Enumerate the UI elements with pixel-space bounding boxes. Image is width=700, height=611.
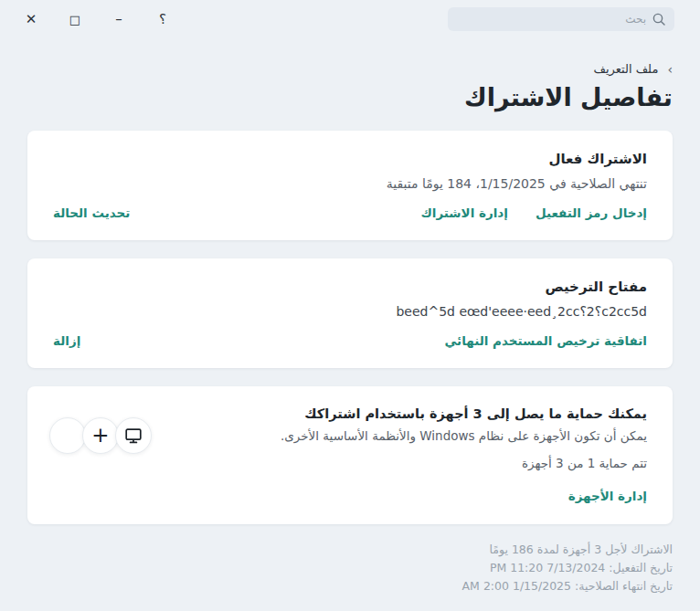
license-key-value: beed^5d eœd'eeee·eed¸2cc؟2؟c2cc5d	[53, 304, 647, 319]
breadcrumb[interactable]: › ملف التعريف	[594, 62, 673, 76]
subscription-expiry-text: تنتهي الصلاحية في 1/15/2025، 184 يومًا م…	[53, 176, 647, 191]
plus-icon: +	[91, 425, 109, 446]
monitor-icon	[125, 428, 142, 444]
breadcrumb-label: ملف التعريف	[594, 62, 659, 76]
eula-link[interactable]: اتفاقية ترخيص المستخدم النهائي	[444, 333, 647, 348]
subscription-status-card: الاشتراك فعال تنتهي الصلاحية في 1/15/202…	[27, 131, 673, 240]
page-title: تفاصيل الاشتراك	[27, 83, 673, 112]
help-button[interactable]: ؟	[141, 0, 185, 38]
maximize-button[interactable]: □	[53, 0, 97, 38]
titlebar: ✕ □ – ؟	[0, 0, 700, 38]
subscription-status-title: الاشتراك فعال	[53, 151, 647, 167]
search-box[interactable]	[448, 7, 674, 31]
close-button[interactable]: ✕	[9, 0, 53, 38]
search-icon	[652, 13, 665, 26]
device-slots: +	[49, 417, 152, 454]
footer-subscription-terms: الاشتراك لأجل 3 أجهزة لمدة 186 يومًا	[27, 541, 673, 559]
window-controls: ✕ □ – ؟	[9, 0, 185, 38]
main-content: › ملف التعريف تفاصيل الاشتراك الاشتراك ف…	[0, 38, 700, 524]
search-input[interactable]	[457, 13, 646, 26]
devices-description: يمكن أن تكون الأجهزة على نظام Windows وا…	[210, 428, 647, 443]
license-key-title: مفتاح الترخيص	[53, 279, 647, 295]
protected-device-slot	[115, 417, 152, 454]
license-key-card: مفتاح الترخيص beed^5d eœd'eeee·eed¸2cc؟2…	[27, 258, 673, 368]
add-device-button[interactable]: +	[82, 417, 119, 454]
empty-device-slot	[49, 417, 86, 454]
footer-activation-date: تاريخ التفعيل: 7/13/2024 11:20 PM	[27, 559, 673, 577]
devices-card: + يمكنك حماية ما يصل إلى 3 أجهزة باستخدا…	[27, 386, 673, 524]
minimize-button[interactable]: –	[97, 0, 141, 38]
subscription-summary-footer: الاشتراك لأجل 3 أجهزة لمدة 186 يومًا تار…	[0, 541, 700, 595]
footer-expiration-date: تاريخ انتهاء الصلاحية: 1/15/2025 2:00 AM	[27, 577, 673, 595]
manage-subscription-link[interactable]: إدارة الاشتراك	[420, 205, 508, 220]
manage-devices-link[interactable]: إدارة الأجهزة	[568, 489, 647, 503]
chevron-right-icon: ›	[667, 63, 673, 76]
devices-protected-count: تتم حماية 1 من 3 أجهزة	[210, 456, 647, 470]
refresh-status-link[interactable]: تحديث الحالة	[53, 205, 130, 220]
enter-activation-code-link[interactable]: إدخال رمز التفعيل	[536, 205, 647, 220]
remove-license-link[interactable]: إزالة	[53, 333, 80, 348]
subscription-details-window: { "titlebar": { "close": "✕", "maximize"…	[0, 0, 700, 611]
devices-title: يمكنك حماية ما يصل إلى 3 أجهزة باستخدام …	[210, 406, 647, 421]
